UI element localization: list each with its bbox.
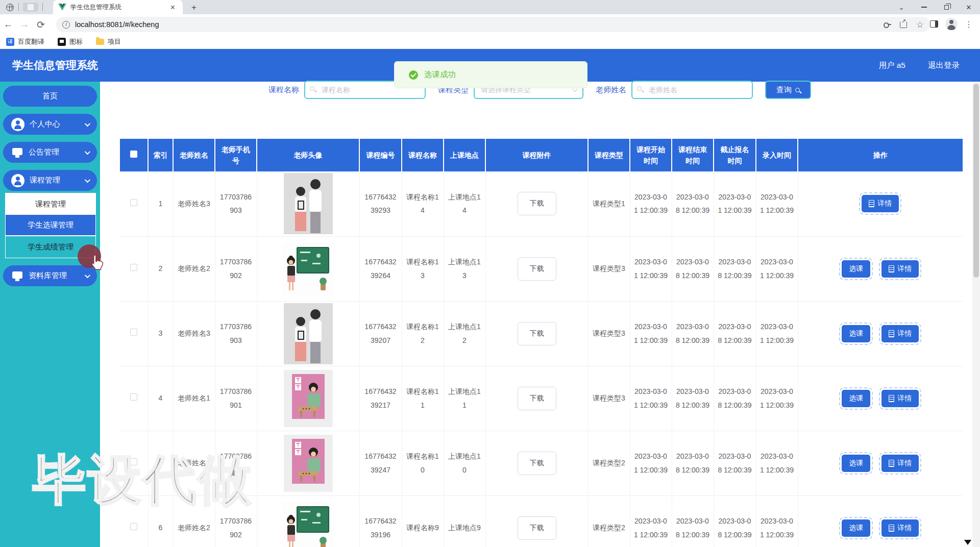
column-header: 老师头像 [257,139,359,171]
address-bar[interactable]: i localhost:8081/#/kecheng ☆ [56,17,930,32]
select-course-button[interactable]: 选课 [842,455,870,472]
cell-end-time: 2023-03-08 12:00:39 [672,431,714,495]
sidebar-item-label: 课程管理 [30,176,60,185]
row-checkbox[interactable] [130,393,137,401]
cell-class-location: 上课地点11 [444,366,485,431]
sidebar-item-personal-center[interactable]: 个人中心 [3,114,97,135]
cell-course-type: 课程类型2 [588,431,630,495]
table-row: 4 老师姓名1 17703786901 1677643239217 课程名称11… [120,366,963,431]
sidebar-item-announcement-mgmt[interactable]: 公告管理 [3,142,97,163]
bookmark-label: 项目 [108,37,121,46]
cell-class-location: 上课地点10 [444,431,485,495]
cell-signup-deadline: 2023-03-08 12:00:39 [714,301,756,366]
select-all-checkbox[interactable] [130,151,137,158]
teacher-name-label: 老师姓名 [596,85,626,95]
site-info-icon[interactable]: i [62,21,70,29]
globe-icon [6,4,14,11]
download-button[interactable]: 下载 [518,387,556,410]
reload-button[interactable]: ⟳ [33,19,49,31]
pinned-tab[interactable] [23,3,38,12]
minimize-button[interactable] [913,0,935,14]
select-course-button[interactable]: 选课 [842,260,870,278]
cell-course-name: 课程名称12 [402,301,444,366]
teacher-name-input[interactable] [631,81,753,99]
table-row: 3 老师姓名3 17703786903 1677643239207 课程名称12… [120,301,963,366]
cell-end-time: 2023-03-08 12:00:39 [672,171,714,236]
download-button[interactable]: 下载 [518,452,556,475]
submenu-item-course-mgmt[interactable]: 课程管理 [6,193,95,215]
submenu-item-student-course-selection[interactable]: 学生选课管理 [6,215,95,236]
select-course-button[interactable]: 选课 [842,390,870,407]
watermark-text: 毕设代做 [33,445,253,516]
bookmark-project[interactable]: 项目 [96,37,121,46]
document-icon [869,200,874,207]
sidebar-item-course-mgmt[interactable]: 课程管理 [3,170,97,191]
row-checkbox[interactable] [130,523,137,530]
detail-button[interactable]: 详情 [881,260,919,278]
new-tab-button[interactable]: + [188,2,200,14]
sidebar-item-home[interactable]: 首页 [3,86,97,107]
search-button[interactable]: 查询 [765,81,811,99]
person-badge-icon [11,174,24,187]
sidebar-item-label: 资料库管理 [29,271,67,281]
select-course-button[interactable]: 选课 [842,519,870,537]
profile-avatar-icon[interactable] [945,18,958,30]
side-panel-icon[interactable] [930,20,938,28]
column-header: 索引 [148,139,173,171]
detail-button[interactable]: 详情 [881,390,919,407]
sidebar-item-label: 首页 [42,91,58,101]
cell-teacher-name: 老师姓名3 [173,301,215,366]
download-button[interactable]: 下载 [518,322,556,345]
cell-course-number: 1677643239247 [359,431,402,495]
bookmark-baidu-translate[interactable]: 译 百度翻译 [6,37,44,46]
cell-entry-time: 2023-03-01 12:00:39 [756,431,798,495]
cell-entry-time: 2023-03-01 12:00:39 [756,301,798,366]
tab-close-icon[interactable]: ✕ [168,4,178,11]
submenu-label: 学生成绩管理 [28,242,74,252]
chevron-down-icon [85,120,90,126]
url-text[interactable]: localhost:8081/#/kecheng [75,20,884,29]
detail-button[interactable]: 详情 [881,519,919,537]
cell-teacher-name: 老师姓名2 [173,236,215,301]
active-tab[interactable]: 学生信息管理系统 ✕ [53,0,183,14]
logout-link[interactable]: 退出登录 [928,60,960,71]
tab-search-icon[interactable]: ⌄ [890,0,913,14]
close-button[interactable]: ✕ [958,0,980,14]
cell-course-number: 1677643239264 [359,236,402,301]
browser-menu-icon[interactable]: ⋮ [965,19,973,29]
cell-entry-time: 2023-03-01 12:00:39 [756,366,798,431]
download-button[interactable]: 下载 [518,192,556,215]
translate-icon: 译 [6,38,14,46]
row-checkbox[interactable] [130,199,137,206]
page-scrollbar[interactable] [972,82,980,547]
password-key-icon[interactable] [884,22,891,27]
back-button[interactable]: ← [0,19,16,30]
column-header: 上课地点 [444,139,485,171]
share-icon[interactable] [900,21,907,28]
cell-entry-time: 2023-03-01 12:00:39 [756,236,798,301]
download-button[interactable]: 下载 [518,516,556,540]
row-checkbox[interactable] [130,329,137,336]
browser-icon-tab[interactable] [5,3,14,12]
sidebar-item-library-mgmt[interactable]: 资料库管理 [3,265,97,286]
select-all-header [120,139,148,171]
cell-end-time: 2023-03-08 12:00:39 [672,366,714,431]
detail-button[interactable]: 详情 [881,455,919,472]
download-button[interactable]: 下载 [518,257,556,281]
restore-button[interactable] [935,0,958,14]
row-checkbox[interactable] [130,264,137,271]
bookmark-star-icon[interactable]: ☆ [916,19,924,30]
detail-button[interactable]: 详情 [862,195,899,212]
bookmark-icons[interactable]: 图标 [58,37,83,46]
cell-course-type: 课程类型3 [588,366,630,431]
cell-course-number: 1677643239293 [359,171,402,236]
select-course-button[interactable]: 选课 [842,325,870,342]
column-header: 老师姓名 [173,139,215,171]
search-icon [310,86,314,91]
forward-button[interactable]: → [16,19,33,30]
document-icon [889,460,894,467]
scrollbar-thumb[interactable] [973,84,979,278]
cell-class-location: 上课地点12 [444,301,485,366]
detail-button[interactable]: 详情 [881,325,919,342]
current-user[interactable]: 用户 a5 [878,60,905,71]
